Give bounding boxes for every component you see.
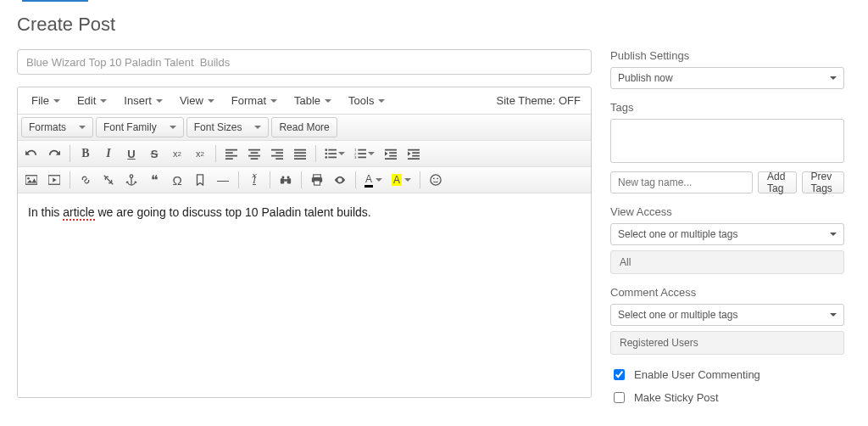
menu-format[interactable]: Format — [223, 90, 286, 111]
menu-table-label: Table — [294, 94, 320, 107]
media-icon — [48, 174, 60, 186]
view-access-label: View Access — [610, 205, 844, 218]
editor-panel: File Edit Insert View Format Table Tools… — [17, 87, 592, 398]
smiley-icon — [430, 174, 442, 186]
align-left-icon — [225, 148, 237, 160]
undo-button[interactable] — [21, 143, 42, 164]
toolbar-row-1: Formats Font Family Font Sizes Read More — [18, 115, 591, 141]
caret-icon — [378, 99, 385, 103]
enable-commenting-row[interactable]: Enable User Commenting — [610, 367, 844, 383]
formats-select[interactable]: Formats — [21, 117, 93, 137]
site-theme-toggle[interactable]: Site Theme: OFF — [497, 94, 586, 107]
comment-access-value: Select one or multiple tags — [618, 309, 737, 321]
menu-view-label: View — [180, 94, 203, 107]
menu-edit[interactable]: Edit — [69, 90, 115, 111]
view-access-value: Select one or multiple tags — [618, 228, 737, 240]
svg-point-0 — [325, 149, 327, 151]
read-more-button[interactable]: Read More — [271, 117, 337, 137]
outdent-button[interactable] — [381, 143, 401, 164]
font-sizes-select[interactable]: Font Sizes — [186, 117, 270, 137]
comment-access-reg[interactable]: Registered Users — [610, 331, 844, 355]
menu-insert[interactable]: Insert — [115, 90, 171, 111]
publish-settings-select[interactable]: Publish now — [610, 67, 844, 89]
view-access-all[interactable]: All — [610, 250, 844, 274]
separator — [355, 171, 356, 188]
blockquote-button[interactable]: ❝ — [144, 170, 164, 190]
publish-settings-value: Publish now — [618, 72, 673, 84]
text-color-label: A — [364, 173, 373, 188]
insert-image-button[interactable] — [21, 170, 42, 190]
caret-icon — [208, 99, 214, 103]
font-sizes-label: Font Sizes — [194, 121, 242, 133]
post-title-input[interactable] — [17, 49, 592, 75]
underline-button[interactable]: U — [121, 143, 142, 164]
svg-point-20 — [437, 177, 438, 179]
bullet-list-button[interactable] — [321, 143, 348, 164]
add-tag-button[interactable]: Add Tag — [758, 171, 797, 193]
menu-view[interactable]: View — [171, 90, 223, 111]
svg-rect-6 — [25, 176, 37, 185]
menu-table[interactable]: Table — [286, 90, 340, 111]
separator — [70, 145, 70, 162]
unlink-button[interactable] — [98, 170, 119, 190]
svg-rect-12 — [284, 179, 287, 182]
body-spell-error: article — [63, 205, 94, 221]
svg-rect-14 — [287, 177, 290, 179]
hr-button[interactable]: — — [213, 170, 233, 190]
menu-file-label: File — [31, 94, 49, 107]
text-color-button[interactable]: A — [361, 170, 386, 190]
redo-button[interactable] — [44, 143, 64, 164]
new-tag-input[interactable] — [610, 171, 753, 193]
separator — [420, 171, 420, 188]
svg-point-18 — [431, 175, 441, 185]
align-right-button[interactable] — [267, 143, 287, 164]
align-left-button[interactable] — [221, 143, 242, 164]
menu-edit-label: Edit — [77, 94, 96, 107]
sticky-post-row[interactable]: Make Sticky Post — [610, 390, 844, 406]
sticky-post-checkbox[interactable] — [614, 392, 625, 403]
number-list-button[interactable]: 123 — [351, 143, 378, 164]
menu-tools-label: Tools — [348, 94, 374, 107]
toolbar-row-3: ❝ Ω — I✕ A A — [18, 167, 591, 193]
bg-color-button[interactable]: A — [388, 170, 415, 190]
enable-commenting-checkbox[interactable] — [614, 369, 625, 380]
tags-label: Tags — [610, 101, 844, 114]
sticky-post-label: Make Sticky Post — [634, 391, 719, 404]
insert-link-button[interactable] — [75, 170, 96, 190]
menu-tools[interactable]: Tools — [340, 90, 393, 111]
indent-button[interactable] — [403, 143, 424, 164]
align-center-button[interactable] — [244, 143, 264, 164]
font-family-select[interactable]: Font Family — [96, 117, 184, 137]
bookmark-button[interactable] — [190, 170, 210, 190]
anchor-button[interactable] — [121, 170, 142, 190]
emoji-button[interactable] — [426, 170, 446, 190]
italic-button[interactable]: I — [98, 143, 119, 164]
print-button[interactable] — [307, 170, 327, 190]
align-justify-button[interactable] — [290, 143, 310, 164]
clear-format-button[interactable]: I✕ — [244, 170, 264, 190]
prev-tags-button[interactable]: Prev Tags — [802, 171, 845, 193]
preview-button[interactable] — [330, 170, 350, 190]
strikethrough-button[interactable]: S — [144, 143, 164, 164]
editor-content[interactable]: In this article we are going to discuss … — [18, 193, 591, 397]
menu-file[interactable]: File — [23, 90, 69, 111]
subscript-button[interactable]: x2 — [167, 143, 187, 164]
tags-box[interactable] — [610, 119, 844, 163]
site-theme-label: Site Theme: — [497, 94, 559, 107]
find-replace-button[interactable] — [275, 170, 296, 190]
publish-settings-label: Publish Settings — [610, 49, 844, 62]
special-char-button[interactable]: Ω — [167, 170, 187, 190]
comment-access-select[interactable]: Select one or multiple tags — [610, 304, 844, 326]
bold-button[interactable]: B — [75, 143, 96, 164]
view-access-select[interactable]: Select one or multiple tags — [610, 223, 844, 245]
superscript-button[interactable]: x2 — [190, 143, 210, 164]
svg-rect-11 — [287, 178, 291, 183]
insert-media-button[interactable] — [44, 170, 64, 190]
font-family-label: Font Family — [103, 121, 157, 133]
caret-icon — [100, 99, 107, 103]
caret-icon — [270, 99, 277, 103]
formats-select-label: Formats — [29, 121, 66, 133]
svg-point-2 — [325, 156, 327, 159]
caret-icon — [830, 233, 837, 236]
caret-icon — [325, 99, 331, 103]
